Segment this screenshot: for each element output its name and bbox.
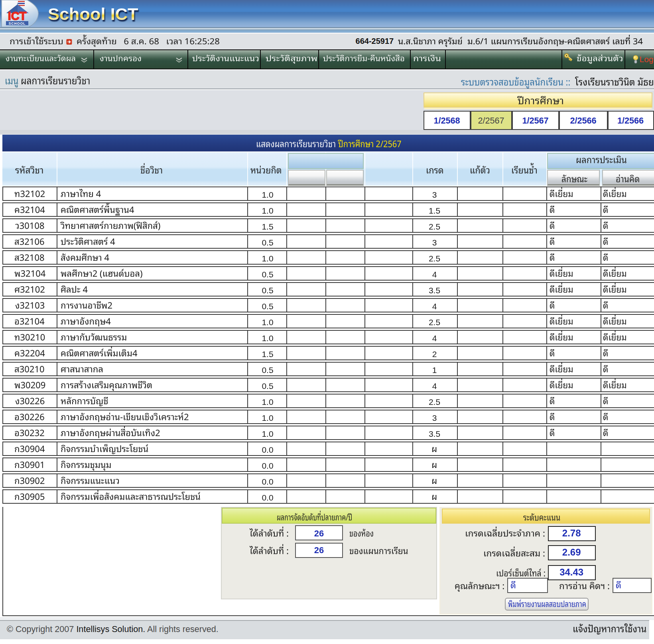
svg-text:SCHOOL: SCHOOL (9, 22, 26, 26)
svg-text:ICT: ICT (8, 10, 27, 22)
